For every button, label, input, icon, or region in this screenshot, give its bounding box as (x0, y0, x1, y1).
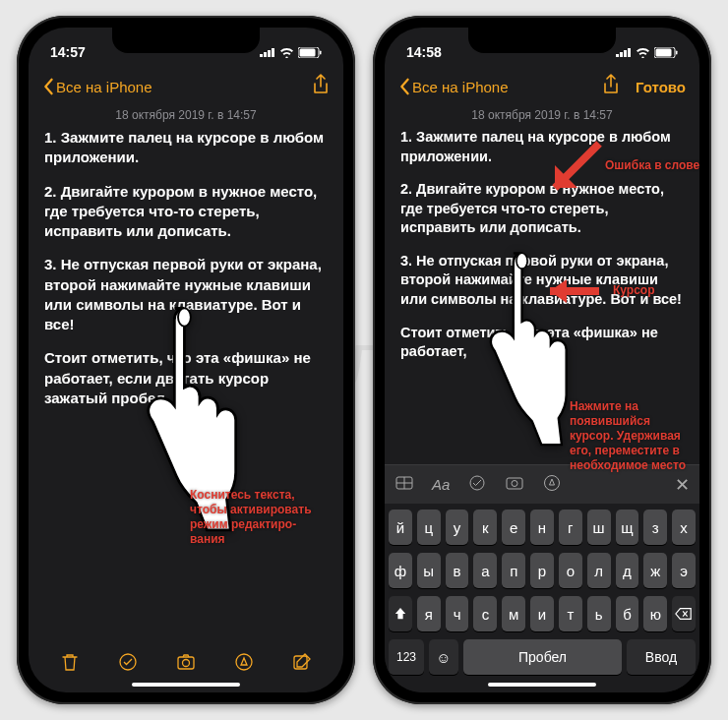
format-icon[interactable]: Aa (432, 476, 450, 493)
key-ц[interactable]: ц (417, 510, 441, 545)
svg-point-9 (182, 660, 189, 667)
key-б[interactable]: б (616, 596, 639, 631)
clock: 14:58 (406, 44, 442, 60)
key-м[interactable]: м (502, 596, 525, 631)
signal-icon (616, 47, 632, 57)
key-щ[interactable]: щ (616, 510, 639, 545)
share-button[interactable] (312, 74, 330, 99)
numbers-key[interactable]: 123 (389, 639, 424, 675)
key-с[interactable]: с (473, 596, 497, 631)
table-icon[interactable] (394, 473, 414, 497)
key-з[interactable]: з (643, 510, 667, 545)
paragraph-2: 2. Двигайте курором в нужное место, где … (44, 182, 328, 242)
notch (468, 28, 616, 53)
key-ч[interactable]: ч (446, 596, 469, 631)
svg-rect-8 (178, 657, 194, 669)
back-button[interactable]: Все на iPhone (42, 78, 152, 95)
svg-rect-2 (268, 50, 271, 57)
clock: 14:57 (50, 44, 86, 60)
draw-icon[interactable] (542, 473, 562, 497)
return-key[interactable]: Ввод (627, 639, 696, 675)
emoji-key[interactable]: ☺ (429, 639, 458, 675)
paragraph-3: 3. Не отпуская первой руки от экрана, вт… (44, 255, 328, 334)
date-stamp: 18 октября 2019 г. в 14:57 (29, 106, 343, 128)
signal-icon (260, 47, 275, 57)
battery-icon (654, 47, 678, 58)
key-р[interactable]: р (530, 553, 554, 588)
svg-rect-6 (320, 50, 322, 54)
back-label: Все на iPhone (56, 79, 152, 95)
svg-rect-5 (300, 48, 316, 56)
phone-right: 14:58 Все на iPhone Готово 18 октября 20… (373, 16, 711, 704)
nav-bar: Все на iPhone Готово (385, 67, 699, 106)
home-indicator[interactable] (488, 683, 596, 687)
svg-rect-0 (260, 54, 263, 57)
key-е[interactable]: е (502, 510, 525, 545)
key-у[interactable]: у (446, 510, 469, 545)
key-и[interactable]: и (530, 596, 554, 631)
key-г[interactable]: г (559, 510, 582, 545)
key-ю[interactable]: ю (643, 596, 667, 631)
shift-key[interactable] (389, 596, 412, 631)
wifi-icon (636, 47, 650, 58)
svg-rect-14 (620, 52, 623, 57)
key-в[interactable]: в (446, 553, 469, 588)
svg-rect-18 (656, 48, 672, 56)
home-indicator[interactable] (132, 683, 240, 687)
paragraph-4: Стоит отметить, что эта «фишка» не работ… (400, 324, 684, 362)
svg-rect-19 (676, 50, 678, 54)
battery-icon (298, 47, 322, 58)
key-п[interactable]: п (502, 553, 525, 588)
key-д[interactable]: д (616, 553, 639, 588)
key-х[interactable]: х (672, 510, 696, 545)
annotation-text: Коснитесь текста, чтобы активировать реж… (190, 488, 312, 547)
back-label: Все на iPhone (412, 79, 509, 95)
key-к[interactable]: к (473, 510, 497, 545)
space-key[interactable]: Пробел (463, 639, 622, 675)
notch (112, 28, 260, 53)
camera-icon[interactable] (175, 651, 197, 677)
key-ф[interactable]: ф (389, 553, 412, 588)
arrow-error (540, 134, 609, 203)
key-ь[interactable]: ь (587, 596, 611, 631)
backspace-key[interactable] (672, 596, 696, 631)
checklist-icon[interactable] (467, 473, 487, 497)
key-о[interactable]: о (559, 553, 582, 588)
key-а[interactable]: а (473, 553, 497, 588)
key-э[interactable]: э (672, 553, 696, 588)
compose-icon[interactable] (291, 651, 313, 677)
key-ж[interactable]: ж (643, 553, 667, 588)
nav-bar: Все на iPhone (29, 67, 343, 106)
svg-rect-15 (624, 50, 627, 57)
svg-point-23 (470, 476, 484, 490)
paragraph-1: 1. Зажмите палец на курсоре в любом прил… (44, 128, 328, 168)
close-keyboard-icon[interactable]: ✕ (675, 474, 690, 496)
svg-point-7 (120, 654, 136, 670)
keyboard: йцукенгшщзх фывапролджэ ячсмитьбю 123 ☺ … (385, 504, 699, 692)
key-т[interactable]: т (559, 596, 582, 631)
back-button[interactable]: Все на iPhone (398, 78, 509, 95)
key-ш[interactable]: ш (587, 510, 611, 545)
key-й[interactable]: й (389, 510, 412, 545)
checklist-icon[interactable] (117, 651, 139, 677)
svg-rect-3 (272, 48, 274, 57)
arrow-cursor (535, 271, 604, 311)
done-button[interactable]: Готово (636, 79, 686, 95)
svg-point-25 (512, 480, 517, 486)
key-н[interactable]: н (530, 510, 554, 545)
trash-icon[interactable] (59, 651, 81, 677)
annotation-cursor: Курсор (613, 283, 655, 298)
svg-rect-13 (616, 54, 619, 57)
annotation-instruction: Нажмите на появившийся курсор. Удерживая… (570, 399, 686, 473)
camera-icon[interactable] (505, 473, 524, 497)
share-button[interactable] (602, 74, 620, 99)
wifi-icon (279, 47, 294, 58)
phone-left: 14:57 Все на iPhone 18 октября 2019 г. в… (17, 16, 355, 704)
annotation-error: Ошибка в слове (605, 158, 699, 173)
svg-rect-1 (264, 52, 267, 57)
draw-icon[interactable] (233, 651, 255, 677)
note-content[interactable]: 1. Зажмите палец на курсоре в любом прил… (29, 128, 343, 643)
key-я[interactable]: я (417, 596, 441, 631)
key-ы[interactable]: ы (417, 553, 441, 588)
key-л[interactable]: л (587, 553, 611, 588)
